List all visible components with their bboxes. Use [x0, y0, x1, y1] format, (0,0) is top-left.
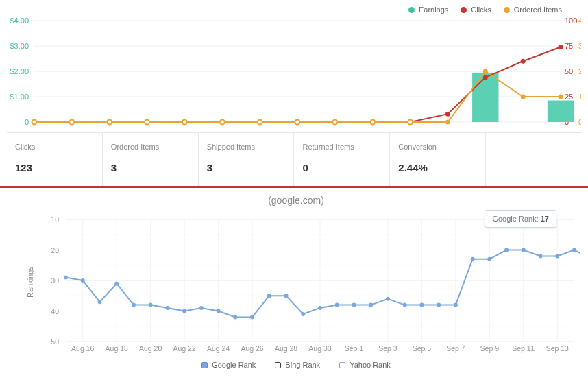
svg-point-107 — [233, 315, 237, 319]
stat-value: 3 — [111, 162, 190, 174]
stat-value: 0 — [302, 162, 381, 174]
svg-rect-21 — [548, 101, 574, 122]
bing-swatch-icon — [275, 362, 281, 368]
svg-point-46 — [370, 120, 375, 125]
google-swatch-icon — [201, 362, 208, 368]
svg-point-37 — [32, 120, 37, 125]
stats-row: Clicks 123 Ordered Items 3 Shipped Items… — [7, 132, 581, 186]
stat-label: Ordered Items — [111, 143, 190, 151]
svg-text:Aug 26: Aug 26 — [241, 344, 263, 353]
svg-text:20: 20 — [51, 246, 59, 254]
svg-text:$1.00: $1.00 — [10, 93, 29, 101]
svg-text:Sep 9: Sep 9 — [480, 344, 500, 353]
stat-value: 2.44% — [398, 162, 477, 174]
svg-text:10: 10 — [51, 215, 59, 224]
stat-clicks: Clicks 123 — [7, 133, 103, 186]
yahoo-swatch-icon — [339, 362, 345, 368]
legend-label: Yahoo Rank — [350, 361, 391, 369]
svg-point-113 — [335, 303, 339, 307]
legend-label: Google Rank — [212, 361, 256, 369]
stat-value: 123 — [15, 162, 94, 174]
svg-point-122 — [487, 257, 491, 261]
svg-text:Aug 30: Aug 30 — [308, 344, 331, 353]
earnings-panel: Earnings Clicks Ordered Items 0$1.00$2.0… — [0, 0, 588, 186]
legend-clicks[interactable]: Clicks — [461, 5, 491, 14]
legend-google[interactable]: Google Rank — [201, 361, 256, 369]
stat-ordered: Ordered Items 3 — [103, 133, 199, 186]
svg-point-35 — [521, 59, 526, 64]
svg-text:$4.00: $4.00 — [10, 16, 29, 25]
svg-text:Sep 3: Sep 3 — [378, 344, 397, 353]
svg-text:Aug 20: Aug 20 — [139, 344, 162, 353]
svg-text:Sep 11: Sep 11 — [512, 344, 535, 353]
stat-empty — [486, 133, 581, 186]
earnings-swatch-icon — [408, 7, 415, 13]
legend-label: Clicks — [471, 5, 491, 14]
svg-text:Rankings: Rankings — [26, 266, 34, 298]
rankings-panel: (google.com) Google Rank: 17 1020304050R… — [0, 188, 588, 376]
svg-point-110 — [284, 294, 289, 298]
svg-point-112 — [318, 306, 322, 310]
svg-point-97 — [64, 276, 68, 280]
legend-label: Bing Rank — [285, 361, 320, 369]
svg-point-36 — [559, 45, 563, 49]
legend-ordered[interactable]: Ordered Items — [504, 5, 562, 14]
rank-tooltip: Google Rank: 17 — [485, 210, 556, 228]
earnings-chart-svg: 0$1.00$2.00$3.00$4.00025507510001234 — [7, 5, 581, 132]
svg-point-109 — [267, 294, 271, 298]
rank-chart-title: (google.com) — [12, 195, 580, 206]
svg-point-101 — [132, 303, 136, 307]
stat-shipped: Shipped Items 3 — [199, 133, 295, 186]
svg-point-34 — [483, 75, 488, 80]
svg-point-125 — [539, 254, 543, 258]
svg-point-41 — [182, 120, 187, 125]
legend-earnings[interactable]: Earnings — [408, 5, 448, 14]
legend-yahoo[interactable]: Yahoo Rank — [339, 361, 391, 369]
legend-bing[interactable]: Bing Rank — [275, 361, 320, 369]
svg-text:50: 50 — [565, 67, 573, 75]
tooltip-value: 17 — [541, 215, 549, 223]
svg-text:1: 1 — [578, 93, 581, 101]
earnings-chart: Earnings Clicks Ordered Items 0$1.00$2.0… — [7, 5, 581, 132]
legend-label: Ordered Items — [514, 5, 562, 14]
svg-point-100 — [114, 281, 119, 285]
svg-text:Aug 18: Aug 18 — [106, 344, 128, 353]
chart-legend: Earnings Clicks Ordered Items — [408, 5, 562, 14]
stat-label: Returned Items — [302, 143, 381, 151]
svg-point-114 — [352, 303, 356, 307]
svg-text:0: 0 — [25, 118, 29, 126]
tooltip-label: Google Rank: — [492, 215, 538, 223]
svg-point-127 — [572, 248, 576, 252]
svg-text:Aug 16: Aug 16 — [71, 344, 94, 353]
svg-point-119 — [437, 303, 441, 307]
svg-point-106 — [217, 309, 221, 313]
stat-returned: Returned Items 0 — [294, 133, 390, 186]
svg-point-49 — [483, 69, 488, 74]
svg-rect-20 — [472, 73, 498, 122]
svg-text:40: 40 — [51, 307, 59, 315]
ordered-swatch-icon — [504, 7, 510, 13]
svg-point-118 — [419, 303, 424, 307]
svg-point-51 — [559, 95, 563, 99]
svg-point-98 — [81, 278, 85, 283]
svg-text:4: 4 — [578, 16, 581, 25]
svg-text:Sep 1: Sep 1 — [345, 344, 364, 353]
legend-label: Earnings — [419, 5, 448, 14]
svg-text:Sep 13: Sep 13 — [546, 344, 569, 353]
svg-point-47 — [408, 120, 413, 125]
svg-point-116 — [386, 297, 390, 301]
svg-point-50 — [521, 95, 526, 99]
svg-point-45 — [332, 120, 337, 125]
svg-point-120 — [454, 303, 458, 307]
svg-text:3: 3 — [578, 42, 581, 50]
stat-conversion: Conversion 2.44% — [390, 133, 486, 186]
svg-text:75: 75 — [565, 42, 573, 50]
svg-point-111 — [301, 312, 305, 316]
svg-text:2: 2 — [578, 67, 581, 75]
stat-label: Clicks — [15, 143, 94, 151]
svg-text:50: 50 — [51, 337, 59, 346]
svg-text:30: 30 — [51, 276, 59, 285]
svg-text:Aug 28: Aug 28 — [275, 344, 297, 353]
svg-text:$2.00: $2.00 — [10, 67, 29, 75]
svg-point-105 — [199, 306, 204, 310]
